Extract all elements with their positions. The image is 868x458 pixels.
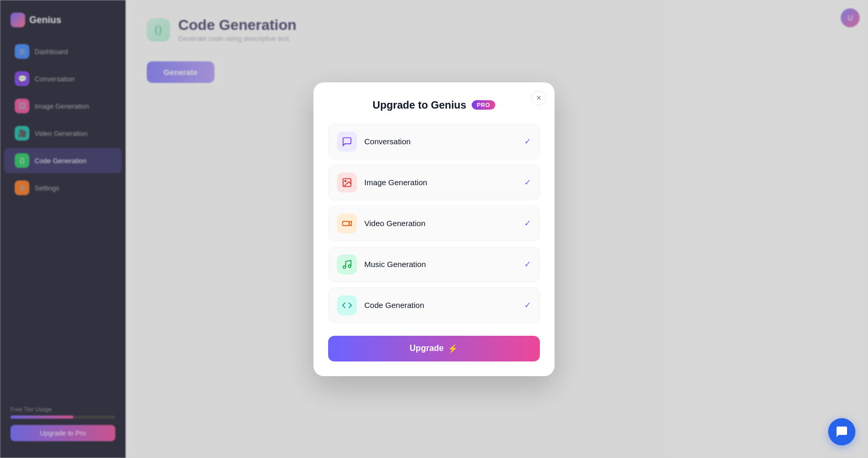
video-check-icon: ✓ (524, 218, 531, 228)
feature-name-image-generation: Image Generation (364, 178, 517, 187)
music-check-icon: ✓ (524, 259, 531, 269)
conversation-feature-icon (337, 132, 357, 152)
image-feature-icon (337, 173, 357, 193)
feature-item-code-generation: Code Generation ✓ (328, 287, 540, 323)
modal-title: Upgrade to Genius (373, 99, 466, 111)
upgrade-button-label: Upgrade (410, 344, 444, 353)
feature-item-video-generation: Video Generation ✓ (328, 206, 540, 241)
feature-item-image-generation: Image Generation ✓ (328, 165, 540, 200)
feature-item-conversation: Conversation ✓ (328, 124, 540, 159)
feature-name-conversation: Conversation (364, 137, 517, 146)
modal-title-row: Upgrade to Genius PRO (328, 99, 540, 111)
feature-name-music-generation: Music Generation (364, 260, 517, 269)
feature-item-music-generation: Music Generation ✓ (328, 247, 540, 282)
feature-name-video-generation: Video Generation (364, 219, 517, 228)
video-feature-icon (337, 214, 357, 233)
svg-point-4 (349, 264, 351, 267)
modal-close-button[interactable]: × (531, 91, 546, 105)
upgrade-button-icon: ⚡ (448, 344, 458, 354)
conversation-check-icon: ✓ (524, 136, 531, 146)
music-feature-icon (337, 254, 357, 274)
code-feature-icon (337, 295, 357, 315)
modal-overlay: × Upgrade to Genius PRO Conversation ✓ (0, 0, 868, 458)
svg-point-1 (345, 180, 346, 182)
feature-name-code-generation: Code Generation (364, 301, 517, 310)
svg-rect-2 (343, 221, 350, 225)
upgrade-button[interactable]: Upgrade ⚡ (328, 336, 540, 361)
chat-bubble-button[interactable] (828, 418, 855, 445)
svg-point-3 (343, 265, 346, 268)
code-check-icon: ✓ (524, 300, 531, 310)
pro-badge: PRO (472, 100, 496, 110)
feature-list: Conversation ✓ Image Generation ✓ (328, 124, 540, 323)
image-check-icon: ✓ (524, 177, 531, 187)
upgrade-modal: × Upgrade to Genius PRO Conversation ✓ (313, 82, 555, 376)
